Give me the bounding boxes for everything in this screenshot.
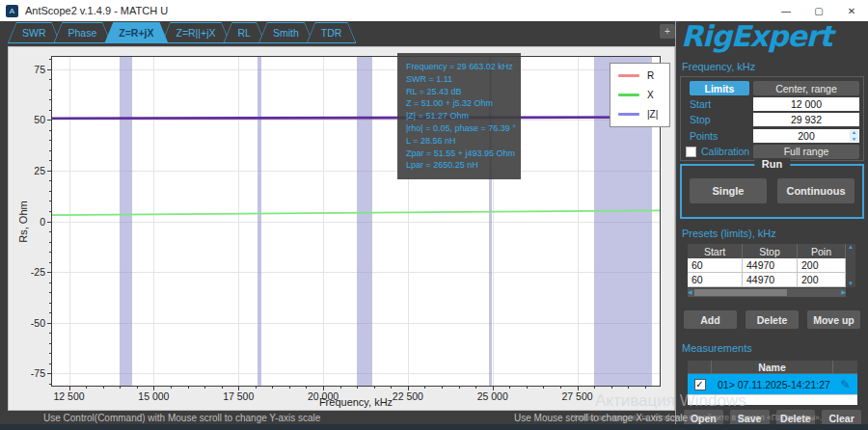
tooltip-line: RL = 25.43 dB: [406, 86, 521, 98]
tooltip-line: Frequency = 29 663.02 kHz: [406, 61, 521, 73]
chart-series: [52, 57, 660, 386]
preset-cell[interactable]: 200: [798, 273, 846, 287]
edit-pencil-icon[interactable]: ✎: [833, 378, 857, 391]
legend-swatch-x: [618, 94, 639, 96]
points-spinner[interactable]: ▲ ▼: [850, 130, 858, 142]
toolbar-extra-button[interactable]: +: [660, 24, 675, 39]
presets-header-row: StartStopPoin: [688, 244, 846, 258]
move-up-preset-button[interactable]: Move up: [807, 310, 860, 329]
y-tick-label: -75: [31, 367, 45, 379]
preset-cell[interactable]: 60: [688, 258, 743, 273]
presets-buttons: AddDeleteMove up: [684, 310, 860, 329]
tab-z-parallel[interactable]: Z=R||+jX: [161, 22, 230, 43]
presets-table: StartStopPoin60449702006044970200 ▲ ▼ ◀ …: [688, 244, 855, 297]
stop-input[interactable]: 29 932: [753, 113, 859, 126]
scroll-down-icon[interactable]: ▼: [848, 281, 854, 287]
legend-entry: |Z|: [618, 109, 662, 120]
calibration-row: Calibration: [683, 146, 753, 157]
calibration-label: Calibration: [701, 146, 749, 157]
edit-column-header: [833, 361, 857, 373]
preset-cell[interactable]: 60: [688, 273, 743, 287]
preset-cell[interactable]: 44970: [743, 258, 798, 273]
close-button[interactable]: ✕: [835, 0, 868, 21]
x-minor-tick: [137, 386, 138, 389]
scroll-right-icon[interactable]: ▶: [841, 289, 846, 296]
tab-label: RL: [225, 23, 264, 42]
measurement-row[interactable]: ✓01> 07.11.2025-14:21:27✎: [688, 374, 857, 394]
x-minor-tick: [442, 386, 443, 389]
chart-tooltip: Frequency = 29 663.02 kHzSWR = 1.11RL = …: [397, 53, 521, 179]
presets-vertical-scrollbar[interactable]: ▲ ▼: [846, 244, 855, 287]
x-minor-tick: [120, 386, 121, 389]
x-minor-tick: [560, 386, 561, 389]
start-label: Start: [683, 98, 753, 110]
maximize-button[interactable]: ▢: [802, 0, 835, 21]
x-minor-tick: [188, 386, 189, 389]
measurement-checkbox[interactable]: ✓: [694, 379, 706, 390]
preset-row: 6044970200: [688, 258, 846, 273]
x-minor-tick: [594, 386, 595, 389]
y-axis-title: Rs, Ohm: [17, 201, 29, 242]
center-range-button[interactable]: Center, range: [753, 81, 859, 95]
x-minor-tick: [424, 386, 425, 389]
y-tick-label: -50: [31, 317, 45, 329]
start-input[interactable]: 12 000: [753, 97, 859, 111]
x-minor-tick: [628, 386, 629, 389]
x-minor-tick: [289, 386, 290, 389]
tab-z-series[interactable]: Z=R+jX: [104, 22, 168, 43]
calibration-checkbox[interactable]: [686, 147, 696, 157]
preset-col-header: Start: [688, 244, 743, 258]
x-axis-title: Frequency, kHz: [51, 396, 661, 408]
x-minor-tick: [340, 386, 341, 389]
preset-cell[interactable]: 44970: [743, 273, 798, 287]
points-input[interactable]: 200 ▲ ▼: [753, 129, 859, 143]
x-minor-tick: [357, 386, 358, 389]
presets-horizontal-scrollbar[interactable]: ◀ ▶: [688, 288, 846, 297]
tab-label: SWR: [9, 23, 60, 42]
plot-area[interactable]: Rs, Ohm RX|Z| Frequency = 29 663.02 kHzS…: [51, 56, 661, 387]
sidebar: RigExpert Frequency, kHz Limits Center, …: [675, 21, 868, 424]
spinner-up-icon[interactable]: ▲: [852, 130, 856, 135]
preset-cell[interactable]: 200: [798, 258, 846, 273]
y-tick-label: 0: [40, 216, 45, 228]
main-area: SWRPhaseZ=R+jXZ=R||+jXRLSmithTDR + Rs, O…: [0, 21, 868, 424]
single-button[interactable]: Single: [690, 178, 767, 203]
scroll-up-icon[interactable]: ▲: [848, 244, 854, 251]
scrollbar-thumb[interactable]: [694, 289, 787, 296]
x-minor-tick: [272, 386, 273, 389]
x-minor-tick: [527, 386, 528, 389]
app-icon: [6, 5, 18, 17]
tab-phase[interactable]: Phase: [54, 22, 112, 43]
measurement-name: 01> 07.11.2025-14:21:27: [712, 379, 833, 390]
window-titlebar: AntScope2 v.1.4.9 - MATCH U — ▢ ✕: [0, 0, 868, 21]
add-preset-button[interactable]: Add: [684, 310, 737, 329]
legend-swatch-r: [618, 74, 639, 77]
x-minor-tick: [204, 386, 205, 389]
tab-tdr[interactable]: TDR: [307, 22, 357, 43]
legend-entry: R: [618, 70, 662, 81]
tab-smith[interactable]: Smith: [258, 22, 313, 43]
minimize-button[interactable]: —: [770, 0, 802, 21]
window-bottom-edge: [0, 424, 868, 430]
tab-label: Phase: [55, 23, 111, 42]
tooltip-line: Z = 51.00 + j5.32 Ohm: [406, 97, 521, 110]
full-range-button[interactable]: Full range: [753, 145, 859, 159]
measurements-table: Name ✓01> 07.11.2025-14:21:27✎: [688, 361, 857, 405]
continuous-button[interactable]: Continuous: [777, 178, 854, 203]
spinner-down-icon[interactable]: ▼: [852, 137, 856, 142]
x-minor-tick: [459, 386, 460, 389]
x-minor-tick: [86, 386, 87, 389]
points-value: 200: [798, 130, 815, 142]
delete-preset-button[interactable]: Delete: [746, 310, 799, 329]
legend-label: |Z|: [647, 109, 658, 120]
tab-swr[interactable]: SWR: [8, 22, 61, 43]
status-hint-yaxis: Use Control(Command) with Mouse scroll t…: [43, 413, 320, 423]
scroll-left-icon[interactable]: ◀: [688, 289, 692, 296]
tab-rl[interactable]: RL: [224, 22, 265, 43]
rigexpert-logo: RigExpert: [681, 19, 832, 53]
limits-button[interactable]: Limits: [690, 81, 749, 95]
x-minor-tick: [374, 386, 375, 389]
x-minor-tick: [611, 386, 612, 389]
run-group: Run Single Continuous: [680, 164, 864, 219]
measurements-table-header: Name: [688, 361, 857, 374]
